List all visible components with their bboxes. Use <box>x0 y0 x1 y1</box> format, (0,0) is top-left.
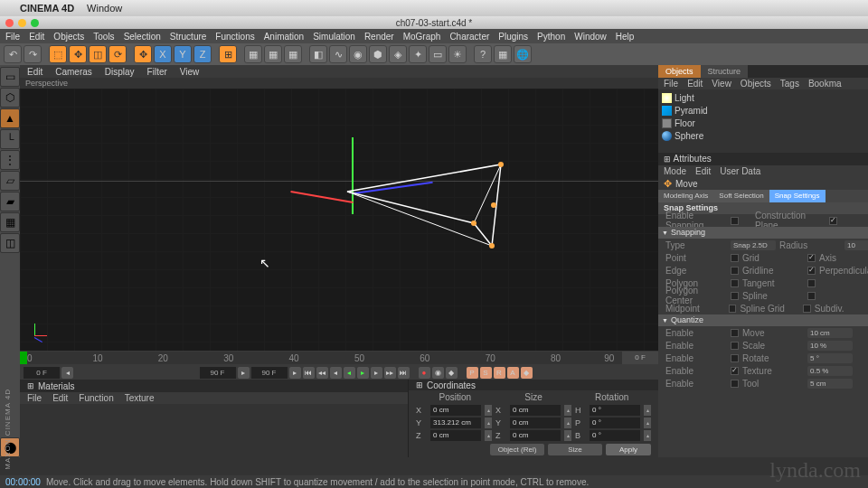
quant-tool-field[interactable]: 5 cm <box>807 379 853 389</box>
tab-snap-settings[interactable]: Snap Settings <box>769 190 826 202</box>
menu-plugins[interactable]: Plugins <box>498 32 528 42</box>
next-frame-button[interactable]: ▸ <box>371 367 382 379</box>
rotate-tool[interactable]: ⟳ <box>108 45 127 63</box>
apply-button[interactable]: Apply <box>606 444 651 455</box>
gridline-checkbox[interactable] <box>807 267 816 275</box>
pos-z-field[interactable]: 0 cm <box>430 430 481 441</box>
menu-character[interactable]: Character <box>449 32 489 42</box>
goto-end-button[interactable]: ⏭ <box>398 367 410 379</box>
modeling-button[interactable]: ⬢ <box>369 45 387 63</box>
deformer-button[interactable]: ◈ <box>389 45 407 63</box>
tab-soft-selection[interactable]: Soft Selection <box>713 190 769 202</box>
quant-move-field[interactable]: 10 cm <box>807 328 853 338</box>
menu-objects[interactable]: Objects <box>53 32 84 42</box>
spin-icon[interactable]: ▴ <box>485 418 492 428</box>
snapping-subheader[interactable]: Snapping <box>658 227 868 239</box>
om-view[interactable]: View <box>712 79 731 89</box>
perspective-viewport[interactable]: ↖ <box>20 89 658 351</box>
pos-key-button[interactable]: P <box>467 367 478 379</box>
coord-system[interactable]: ⊞ <box>219 45 237 63</box>
object-tree[interactable]: Light Pyramid Floor Sphere <box>658 89 868 153</box>
polycentre-checkbox[interactable] <box>731 292 739 300</box>
render-active[interactable]: ▦ <box>264 45 282 63</box>
quant-scale-checkbox[interactable] <box>731 342 739 350</box>
object-mode[interactable]: ▲ <box>0 108 20 128</box>
polygon-mode[interactable]: ▰ <box>0 192 20 211</box>
quant-texture-field[interactable]: 0.5 % <box>807 366 853 376</box>
menu-simulation[interactable]: Simulation <box>313 32 355 42</box>
pos-y-field[interactable]: 313.212 cm <box>430 418 481 428</box>
next-key-button[interactable]: ▸▸ <box>384 367 396 379</box>
quant-move-checkbox[interactable] <box>731 329 739 337</box>
enable-snapping-checkbox[interactable] <box>731 217 739 225</box>
axis-mode[interactable]: └ <box>0 129 20 149</box>
menu-help[interactable]: Help <box>616 32 635 42</box>
om-bookmarks[interactable]: Bookma <box>808 79 842 89</box>
prev-frame-button[interactable]: ◂ <box>330 367 342 379</box>
playhead[interactable] <box>20 352 27 364</box>
frame-ruler[interactable]: 0 10 20 30 40 50 60 70 80 90 <box>27 352 622 364</box>
mac-menu-window[interactable]: Window <box>87 3 122 14</box>
spin-icon[interactable]: ▴ <box>485 405 492 416</box>
vp-menu-edit[interactable]: Edit <box>27 67 42 77</box>
zoom-button[interactable] <box>31 19 39 27</box>
quant-texture-checkbox[interactable] <box>731 367 739 375</box>
play-button[interactable]: ▸ <box>357 367 369 379</box>
attr-menu-userdata[interactable]: User Data <box>720 166 760 176</box>
menu-functions[interactable]: Functions <box>215 32 254 42</box>
model-mode[interactable]: ⬡ <box>0 88 20 108</box>
undo-button[interactable]: ↶ <box>4 45 22 63</box>
menu-animation[interactable]: Animation <box>264 32 304 42</box>
om-objects[interactable]: Objects <box>741 79 771 89</box>
menu-render[interactable]: Render <box>364 32 394 42</box>
y-axis-lock[interactable]: Y <box>174 45 192 63</box>
help-button[interactable]: ? <box>474 45 492 63</box>
attr-menu-mode[interactable]: Mode <box>664 166 686 176</box>
tab-structure[interactable]: Structure <box>701 65 749 78</box>
coord-mode-select[interactable]: Object (Rel) <box>490 444 544 455</box>
light-button[interactable]: ☀ <box>448 45 467 63</box>
tree-item-light[interactable]: Light <box>662 91 868 104</box>
pyramid-wireframe[interactable] <box>338 155 519 284</box>
materials-body[interactable] <box>20 404 408 457</box>
rot-p-field[interactable]: 0 ° <box>590 418 640 428</box>
spin-icon[interactable]: ▴ <box>564 405 571 416</box>
grid-checkbox[interactable] <box>807 254 816 262</box>
render-settings[interactable]: ▦ <box>284 45 302 63</box>
size-x-field[interactable]: 0 cm <box>510 405 561 416</box>
last-tool[interactable]: ✥ <box>134 45 152 63</box>
spin-icon[interactable]: ▴ <box>485 430 492 441</box>
om-file[interactable]: File <box>664 79 678 89</box>
menu-window[interactable]: Window <box>574 32 607 42</box>
spin-icon[interactable]: ▴ <box>564 418 571 428</box>
nurbs-button[interactable]: ◉ <box>349 45 367 63</box>
record-button[interactable]: ● <box>419 367 430 379</box>
menu-python[interactable]: Python <box>537 32 565 42</box>
quant-scale-field[interactable]: 10 % <box>807 341 853 351</box>
autokey-button[interactable]: ◉ <box>432 367 444 379</box>
environment-button[interactable]: ✦ <box>409 45 427 63</box>
quant-rotate-checkbox[interactable] <box>731 354 739 362</box>
quant-tool-checkbox[interactable] <box>731 380 739 388</box>
size-y-field[interactable]: 0 cm <box>510 418 561 428</box>
quant-rotate-field[interactable]: 5 ° <box>807 353 853 363</box>
point-mode[interactable]: ⋮ <box>0 150 20 170</box>
current-frame-field[interactable]: 0 F <box>622 352 658 364</box>
app-name[interactable]: CINEMA 4D <box>20 3 74 14</box>
vp-menu-cameras[interactable]: Cameras <box>55 67 92 77</box>
primitive-button[interactable]: ◧ <box>309 45 327 63</box>
tree-item-sphere[interactable]: Sphere <box>662 129 868 142</box>
tangent-checkbox[interactable] <box>807 279 816 287</box>
edge-checkbox[interactable] <box>731 267 739 275</box>
end-frame-field[interactable]: 90 F <box>251 367 288 379</box>
range-start-spin[interactable]: ◂ <box>61 367 73 379</box>
mat-menu-texture[interactable]: Texture <box>125 393 155 403</box>
spline-button[interactable]: ∿ <box>329 45 347 63</box>
redo-button[interactable]: ↷ <box>24 45 42 63</box>
vp-menu-filter[interactable]: Filter <box>147 67 167 77</box>
close-button[interactable] <box>5 19 14 27</box>
vp-menu-display[interactable]: Display <box>105 67 135 77</box>
tree-item-floor[interactable]: Floor <box>662 117 868 129</box>
rot-key-button[interactable]: R <box>494 367 505 379</box>
layout-button[interactable]: ▦ <box>494 45 512 63</box>
